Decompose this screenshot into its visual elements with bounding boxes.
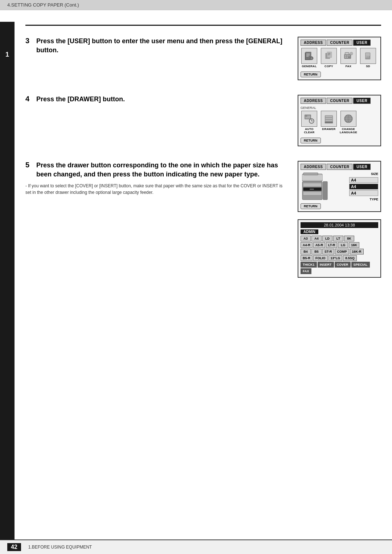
btn-lt[interactable]: LT (333, 236, 343, 241)
paper-btn-row-1: A3 A4 LD LT 8K (301, 236, 378, 241)
fax-icon-box: ♪ (340, 48, 356, 64)
btn-b5r[interactable]: B5-R (301, 255, 313, 261)
step-5-text: 5 Press the drawer button corresponding … (25, 161, 287, 197)
tab-user-4[interactable]: USER (353, 98, 371, 104)
type-label: TYPE (349, 197, 378, 201)
datetime-bar: 28.01.2004 13:38 (301, 222, 378, 228)
btn-ltr[interactable]: LT-R (326, 242, 337, 248)
btn-insert[interactable]: INSERT (318, 262, 334, 268)
btn-16k[interactable]: 16K (349, 242, 359, 248)
drawer-row-1[interactable]: A4 (349, 177, 378, 183)
return-button-5[interactable]: RETURN (301, 203, 321, 209)
btn-b5[interactable]: B5 (311, 249, 322, 254)
btn-a4r[interactable]: A4-R (301, 242, 313, 248)
btn-comp[interactable]: COMP (335, 249, 349, 254)
btn-cover[interactable]: COVER (335, 262, 351, 268)
btn-b4[interactable]: B4 (301, 249, 311, 254)
svg-rect-14 (346, 53, 348, 54)
btn-ld[interactable]: LD (322, 236, 332, 241)
auto-clear-icon-box (301, 111, 317, 127)
btn-str[interactable]: ST-R (322, 249, 334, 254)
svg-rect-17 (348, 55, 350, 56)
tab-counter-4[interactable]: COUNTER (327, 98, 352, 104)
copy-icon-item[interactable]: COPY (320, 48, 338, 68)
step-4-icon-grid: AUTO CLEAR DRAWER (301, 111, 378, 134)
svg-rect-35 (325, 122, 333, 123)
svg-rect-47 (303, 192, 322, 195)
auto-clear-icon-item[interactable]: AUTO CLEAR (301, 111, 318, 134)
general-icon-item[interactable]: GENERAL (301, 48, 318, 68)
btn-folio[interactable]: FOLIO (313, 255, 328, 261)
step-3-header: 3 Press the [USER] button to enter the u… (25, 37, 287, 55)
btn-fax[interactable]: FAX (301, 268, 311, 274)
general-icon (303, 50, 315, 62)
change-language-icon-item[interactable]: CHANGE LANGUAGE (340, 111, 357, 134)
drawer-row-2[interactable]: A4 (349, 184, 378, 190)
svg-rect-28 (306, 115, 307, 117)
step-5-screen1: ADDRESS COUNTER USER (298, 161, 381, 212)
auto-clear-label: AUTO CLEAR (301, 127, 318, 134)
drawer-icon-box (321, 111, 337, 127)
btn-85sq[interactable]: 8.5SQ (343, 255, 357, 261)
step-3-number: 3 (25, 37, 33, 45)
change-language-icon-box (340, 111, 356, 127)
sd-icon (362, 50, 374, 62)
sd-icon-item[interactable]: SD (359, 48, 377, 68)
step-5-note: - If you want to select the [COVER] or [… (25, 183, 287, 196)
copy-label: COPY (324, 65, 333, 68)
svg-rect-32 (325, 116, 332, 117)
drawer-row-3[interactable]: A4 (349, 190, 378, 196)
tab-address-3[interactable]: ADDRESS (301, 40, 326, 46)
btn-special[interactable]: SPECIAL (351, 262, 370, 268)
footer-page-number: 42 (7, 543, 21, 551)
general-icon-box (301, 48, 317, 64)
drawer-label: DRAWER (322, 127, 335, 131)
svg-rect-4 (306, 56, 309, 57)
svg-rect-18 (345, 57, 346, 57)
copy-icon (323, 50, 335, 62)
page-header: 4.SETTING COPY PAPER (Cont.) (0, 0, 392, 10)
footer-text: 1.BEFORE USING EQUIPMENT (28, 545, 92, 550)
step-3-tab-bar: ADDRESS COUNTER USER (301, 40, 378, 46)
svg-rect-19 (347, 57, 348, 57)
step-5-block: 5 Press the drawer button corresponding … (25, 161, 381, 278)
return-button-4[interactable]: RETURN (301, 138, 321, 143)
tab-address-5[interactable]: ADDRESS (301, 164, 326, 170)
tab-counter-3[interactable]: COUNTER (327, 40, 352, 46)
step-4-screen: ADDRESS COUNTER USER GENERAL (298, 95, 381, 146)
tab-address-4[interactable]: ADDRESS (301, 98, 326, 104)
svg-rect-24 (366, 57, 367, 57)
step-4-tab-bar: ADDRESS COUNTER USER (301, 98, 378, 104)
step-4-block: 4 Press the [DRAWER] button. ADDRESS COU… (25, 95, 381, 146)
btn-a3[interactable]: A3 (301, 236, 311, 241)
tab-counter-5[interactable]: COUNTER (327, 164, 352, 170)
fax-icon-item[interactable]: ♪ FAX (340, 48, 357, 68)
step-5-title: Press the drawer button corresponding to… (36, 161, 287, 179)
sd-icon-box (360, 48, 376, 64)
tab-user-5[interactable]: USER (353, 164, 371, 170)
drawer-icon-item[interactable]: DRAWER (320, 111, 338, 134)
svg-text:♪: ♪ (351, 53, 351, 55)
svg-rect-48 (310, 189, 314, 190)
paper-btn-row-3: B4 B5 ST-R COMP 16K-R (301, 249, 378, 254)
svg-rect-10 (328, 54, 330, 54)
btn-8k[interactable]: 8K (344, 236, 354, 241)
tab-user-3[interactable]: USER (353, 40, 371, 46)
step-5-note-text: - If you want to select the [COVER] or [… (25, 183, 287, 196)
paper-btn-row-4: B5-R FOLIO 13"LG 8.5SQ (301, 255, 378, 261)
copier-svg (301, 172, 330, 201)
btn-a4[interactable]: A4 (311, 236, 322, 241)
btn-16kr[interactable]: 16K-R (350, 249, 364, 254)
btn-13lg[interactable]: 13"LG (328, 255, 343, 261)
btn-thick1[interactable]: THICK1 (301, 262, 317, 268)
return-button-3[interactable]: RETURN (301, 72, 321, 77)
btn-a5r[interactable]: A5-R (313, 242, 325, 248)
step-3-icon-grid: GENERAL COPY (301, 48, 378, 68)
sidebar-number: 1 (5, 51, 9, 58)
svg-rect-2 (306, 54, 310, 54)
change-language-label: CHANGE LANGUAGE (340, 127, 357, 134)
btn-lg[interactable]: LG (338, 242, 348, 248)
fax-icon: ♪ (343, 50, 354, 62)
step-sidebar: 1 (0, 22, 15, 539)
page-footer: 42 1.BEFORE USING EQUIPMENT (0, 539, 392, 554)
